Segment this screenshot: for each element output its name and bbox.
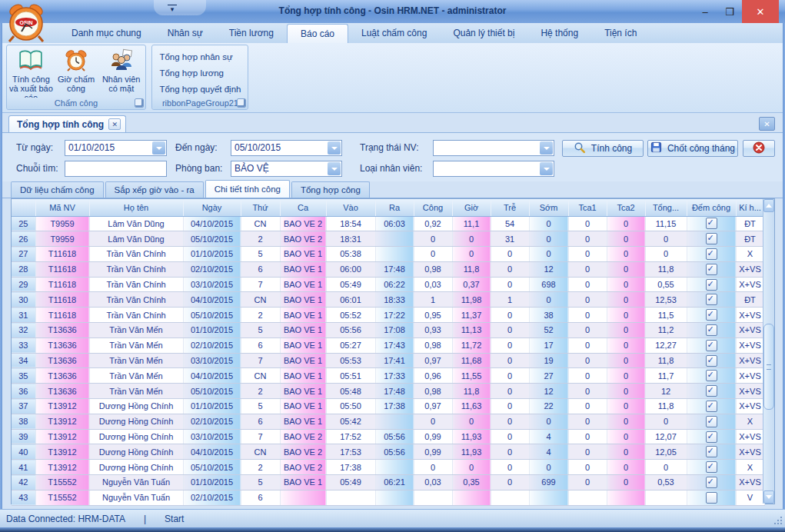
table-row[interactable]: 37T13912Dương Hồng Chính01/10/20155BAO V… — [12, 399, 764, 414]
column-header[interactable]: Tca1 — [568, 199, 607, 216]
tab-du-lieu-cham-cong[interactable]: Dữ liệu chấm công — [11, 181, 104, 198]
resize-grip[interactable] — [780, 523, 782, 524]
ribbon-tab-quan-ly-thiet-bi[interactable]: Quản lý thiết bị — [440, 24, 527, 43]
employee-status-combo[interactable] — [433, 140, 554, 156]
document-tab-close-icon[interactable]: ✕ — [108, 118, 121, 130]
ribbon-tab-luat-cham-cong[interactable]: Luật chấm công — [348, 24, 440, 43]
ribbon-tab-tien-ich[interactable]: Tiện ích — [591, 24, 650, 43]
column-header[interactable]: Đếm công — [687, 199, 736, 216]
table-row[interactable]: 40T13912Dương Hồng Chính04/10/2015CNBAO … — [12, 444, 764, 460]
tinh-cong-button[interactable]: Tính công — [562, 140, 644, 157]
column-header[interactable]: Trễ — [491, 199, 529, 216]
cancel-button[interactable] — [743, 140, 775, 157]
table-row[interactable]: 33T13636Trần Văn Mến02/10/20156BAO VE 10… — [12, 337, 764, 353]
column-header[interactable]: Kí h... — [736, 199, 764, 216]
dem-cong-checkbox[interactable] — [706, 492, 717, 504]
tab-sap-xep-gio-vao-ra[interactable]: Sắp xếp giờ vào - ra — [105, 181, 204, 198]
table-row[interactable]: 27T11618Trần Văn Chính01/10/20155BAO VE … — [12, 247, 764, 262]
vertical-scrollbar[interactable] — [763, 199, 774, 504]
tab-tong-hop-cong[interactable]: Tổng hợp công — [291, 181, 370, 198]
from-date-combo[interactable]: 01/10/2015 — [65, 140, 167, 156]
table-row[interactable]: 39T13912Dương Hồng Chính03/10/20157BAO V… — [12, 429, 764, 444]
column-header[interactable]: Công — [414, 199, 452, 216]
dem-cong-checkbox[interactable] — [706, 248, 717, 260]
table-row[interactable]: 36T13636Trần Văn Mến05/10/20152BAO VE 10… — [12, 384, 764, 399]
dem-cong-checkbox[interactable] — [706, 401, 717, 412]
tong-hop-luong-item[interactable]: Tổng hợp lương — [159, 65, 248, 81]
dem-cong-checkbox[interactable] — [706, 264, 717, 275]
dem-cong-checkbox[interactable] — [706, 370, 717, 381]
department-combo[interactable]: BẢO VỆ — [231, 161, 342, 177]
column-header[interactable]: Ra — [375, 199, 414, 216]
ribbon-tab-he-thong[interactable]: Hệ thống — [527, 24, 591, 43]
to-date-combo[interactable]: 05/10/2015 — [231, 140, 342, 156]
tinh-cong-xuat-bao-cao-button[interactable]: Tính công và xuất báo cáo — [8, 48, 54, 97]
column-header[interactable]: Họ tên — [89, 199, 183, 216]
table-row[interactable]: 43T15552Nguyễn Văn Tuấn02/10/20156V — [12, 490, 764, 505]
dem-cong-checkbox[interactable] — [706, 279, 717, 291]
table-row[interactable]: 38T13912Dương Hồng Chính02/10/20156BAO V… — [12, 414, 764, 429]
table-row[interactable]: 41T13912Dương Hồng Chính05/10/20152BAO V… — [12, 460, 764, 475]
dialog-launcher-icon[interactable] — [237, 98, 246, 108]
column-header[interactable]: Thứ — [241, 199, 280, 216]
dem-cong-checkbox[interactable] — [706, 416, 717, 427]
dem-cong-checkbox[interactable] — [706, 340, 717, 351]
minimize-button[interactable]: – — [693, 0, 717, 23]
document-tab[interactable]: Tổng hợp tính công ✕ — [8, 115, 126, 132]
dialog-launcher-icon[interactable] — [135, 98, 144, 108]
tab-panel-close-button[interactable]: ✕ — [759, 117, 775, 131]
dem-cong-checkbox[interactable] — [706, 355, 717, 367]
column-header[interactable]: Sớm — [529, 199, 568, 216]
scroll-up-icon[interactable] — [763, 199, 774, 212]
search-input[interactable] — [65, 161, 167, 177]
column-header[interactable]: Giờ — [452, 199, 491, 216]
dem-cong-checkbox[interactable] — [706, 446, 717, 457]
column-header[interactable]: Mã NV — [35, 199, 89, 216]
dem-cong-checkbox[interactable] — [706, 431, 717, 443]
employee-type-combo[interactable] — [433, 161, 554, 177]
ribbon-tab-bao-cao[interactable]: Báo cáo — [287, 24, 348, 43]
dem-cong-checkbox[interactable] — [706, 309, 717, 321]
ribbon-tab-tien-luong[interactable]: Tiền lương — [216, 24, 287, 43]
table-row[interactable]: 26T9959Lâm Văn Dũng05/10/20152BAO VE 218… — [12, 231, 764, 247]
nhan-vien-co-mat-button[interactable]: Nhân viên có mặt — [98, 48, 144, 97]
ribbon-tab-danh-muc-chung[interactable]: Danh mục chung — [58, 24, 155, 43]
maximize-button[interactable]: ❒ — [717, 0, 742, 23]
column-header[interactable]: Tca2 — [607, 199, 645, 216]
dem-cong-checkbox[interactable] — [706, 233, 717, 244]
table-row[interactable]: 25T9959Lâm Văn Dũng04/10/2015CNBAO VE 21… — [12, 216, 764, 231]
column-header[interactable]: Tổng... — [645, 199, 687, 216]
table-row[interactable]: 42T15552Nguyễn Văn Tuấn01/10/20155BAO VE… — [12, 475, 764, 490]
chevron-down-icon[interactable] — [328, 162, 341, 175]
chot-cong-thang-button[interactable]: Chốt công tháng — [647, 140, 738, 157]
table-row[interactable]: 30T11618Trần Văn Chính04/10/2015CNBAO VE… — [12, 292, 764, 308]
column-header[interactable]: Vào — [326, 199, 375, 216]
table-row[interactable]: 34T13636Trần Văn Mến03/10/20157BAO VE 10… — [12, 353, 764, 368]
column-header[interactable]: Ca — [280, 199, 326, 216]
table-row[interactable]: 31T11618Trần Văn Chính05/10/20152BAO VE … — [12, 308, 764, 323]
app-logo-alarm-clock-icon[interactable]: OSIN — [5, 1, 48, 47]
tong-hop-nhan-su-item[interactable]: Tổng hợp nhân sự — [159, 49, 248, 65]
tong-hop-quyet-dinh-item[interactable]: Tổng hợp quyết định — [159, 81, 248, 98]
table-row[interactable]: 28T11618Trần Văn Chính02/10/20156BAO VE … — [12, 261, 764, 277]
dem-cong-checkbox[interactable] — [706, 324, 717, 336]
table-row[interactable]: 29T11618Trần Văn Chính03/10/20157BAO VE … — [12, 277, 764, 292]
dem-cong-checkbox[interactable] — [706, 477, 717, 488]
table-row[interactable]: 32T13636Trần Văn Mến01/10/20155BAO VE 10… — [12, 323, 764, 338]
scroll-down-icon[interactable] — [763, 490, 774, 504]
close-button[interactable]: ✕ — [742, 0, 779, 23]
dem-cong-checkbox[interactable] — [706, 218, 717, 229]
table-row[interactable]: 35T13636Trần Văn Mến04/10/2015CNBAO VE 1… — [12, 368, 764, 384]
tab-chi-tiet-tinh-cong[interactable]: Chi tiết tính công — [205, 180, 290, 198]
scrollbar-thumb[interactable] — [763, 324, 774, 410]
dem-cong-checkbox[interactable] — [706, 461, 717, 473]
chevron-down-icon[interactable] — [152, 141, 165, 155]
gio-cham-cong-button[interactable]: Giờ chấm công — [54, 48, 99, 97]
chevron-down-icon[interactable] — [540, 141, 553, 155]
dem-cong-checkbox[interactable] — [706, 294, 717, 305]
ribbon-tab-nhan-su[interactable]: Nhân sự — [155, 24, 216, 43]
chevron-down-icon[interactable] — [328, 141, 341, 155]
column-header[interactable]: Ngày — [183, 199, 241, 216]
chevron-down-icon[interactable] — [540, 162, 553, 175]
dem-cong-checkbox[interactable] — [706, 385, 717, 397]
